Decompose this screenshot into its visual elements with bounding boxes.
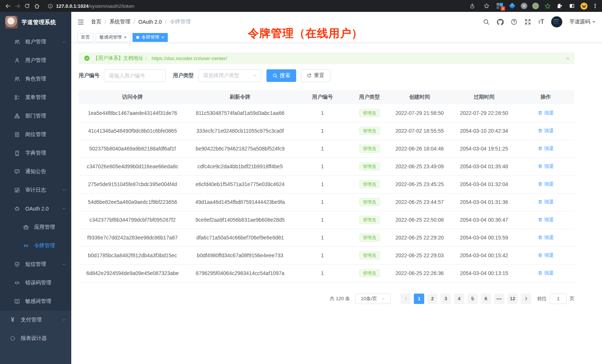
sidebar-item-错误码管理[interactable]: 错误码管理 <box>0 274 71 292</box>
address-bar[interactable]: 127.0.0.1:1024/system/oauth2/token <box>48 3 463 9</box>
action-cell: 强退 <box>517 246 575 264</box>
sidebar-item-角色管理[interactable]: 角色管理 <box>0 70 71 88</box>
tab-首页[interactable]: 首页 <box>77 33 94 42</box>
sidebar-item-岗位管理[interactable]: 岗位管理 <box>0 125 71 144</box>
goto-page-input[interactable] <box>550 294 567 304</box>
page-button-4[interactable]: 4 <box>454 294 464 304</box>
extension-command-icon[interactable]: ⌘ <box>521 3 527 9</box>
extension-gem-icon[interactable] <box>508 2 516 10</box>
force-logout-button[interactable]: 强退 <box>538 181 554 188</box>
extensions-puzzle-icon[interactable] <box>556 2 563 10</box>
search-icon[interactable] <box>483 19 490 25</box>
page-button-2[interactable]: 2 <box>427 294 438 304</box>
topbar: 首页/ 系统管理/ OAuth 2.0/ 令牌管理 TT 芋道源码 <box>71 12 602 32</box>
sidebar-item-字典管理[interactable]: 字典管理 <box>0 144 71 162</box>
bookmark-star-icon[interactable] <box>482 1 491 11</box>
sidebar-item-短信管理[interactable]: 短信管理 <box>0 255 71 274</box>
trash-icon <box>538 199 543 204</box>
page-button-6[interactable]: 6 <box>481 294 491 304</box>
created-at-cell: 2022-06-25 22:29:20 <box>388 229 451 246</box>
font-size-icon[interactable]: TT <box>538 19 544 25</box>
sidebar-item-label: OAuth 2.0 <box>25 206 49 212</box>
shield-icon <box>14 261 20 267</box>
force-logout-button[interactable]: 强退 <box>538 234 554 241</box>
github-icon[interactable] <box>497 19 504 26</box>
force-logout-button[interactable]: 强退 <box>538 199 554 205</box>
trash-icon <box>538 146 543 151</box>
browser-reload-icon[interactable] <box>22 1 32 11</box>
force-logout-button[interactable]: 强退 <box>538 252 554 259</box>
alert-close-icon[interactable]: × <box>566 55 569 62</box>
page-button-1[interactable]: 1 <box>414 294 424 304</box>
ring-icon <box>10 335 16 341</box>
sidebar-item-令牌管理[interactable]: 令牌管理 <box>0 236 71 255</box>
force-logout-button[interactable]: 强退 <box>538 216 554 223</box>
force-logout-button[interactable]: 强退 <box>538 163 554 170</box>
breadcrumb: 首页/ 系统管理/ OAuth 2.0/ 令牌管理 <box>91 19 191 25</box>
side-panel-icon[interactable] <box>568 2 576 10</box>
breadcrumb-system[interactable]: 系统管理 <box>109 19 130 25</box>
user-menu[interactable]: 芋道源码 <box>569 19 595 25</box>
next-page-button[interactable] <box>521 294 531 304</box>
sidebar-item-label: 应用管理 <box>34 224 55 231</box>
sidebar-item-应用管理[interactable]: 应用管理 <box>0 218 71 236</box>
close-icon[interactable]: × <box>124 35 127 40</box>
sidebar-item-通知公告[interactable]: 通知公告 <box>0 162 71 181</box>
refresh-token-cell: be90422b8c7946218275a508bf524fc9 <box>186 140 294 158</box>
page-button-3[interactable]: 3 <box>441 294 451 304</box>
site-info-icon[interactable] <box>48 3 53 9</box>
user-type-tag: 管理员 <box>359 145 380 153</box>
user-id-cell: 1 <box>294 264 351 282</box>
sidebar-item-敏感词管理[interactable]: 敏感词管理 <box>0 292 71 311</box>
collapse-sidebar-icon[interactable] <box>77 19 84 26</box>
browser-back-icon[interactable] <box>3 1 13 11</box>
sidebar-item-支付管理[interactable]: ¥ 支付管理 <box>0 311 71 329</box>
extension-star-icon[interactable] <box>544 2 551 10</box>
goto-label: 前往 <box>537 295 547 302</box>
extension-dashboard-icon[interactable]: 9 <box>496 2 504 10</box>
user-id-input[interactable] <box>104 69 166 82</box>
search-button[interactable]: 搜索 <box>266 69 296 82</box>
sidebar-item-部门管理[interactable]: 部门管理 <box>0 107 71 125</box>
sidebar-item-租户管理[interactable]: 租户管理 <box>0 33 71 51</box>
help-icon[interactable] <box>511 19 517 25</box>
extension-record-icon[interactable] <box>532 3 539 9</box>
page-size-select[interactable]: 10条/页 <box>355 294 391 304</box>
browser-forward-icon[interactable] <box>13 1 22 11</box>
column-header: 刷新令牌 <box>186 90 294 104</box>
sidebar-item-用户管理[interactable]: 用户管理 <box>0 51 71 70</box>
share-icon[interactable] <box>467 1 477 11</box>
tab-令牌管理[interactable]: 令牌管理 × <box>132 33 168 42</box>
refresh-token-cell: b0df4980ffd34c67a08f9156e4eee733 <box>186 246 294 264</box>
page-button-12[interactable]: 12 <box>507 294 518 304</box>
breadcrumb-oauth2[interactable]: OAuth 2.0 <box>138 19 162 25</box>
reset-button[interactable]: 重置 <box>301 69 330 82</box>
sidebar-item-报表设计器[interactable]: 报表设计器 <box>0 329 71 348</box>
page-more-button[interactable]: ••• <box>494 294 504 304</box>
page-button-5[interactable]: 5 <box>467 294 478 304</box>
sidebar-item-审计日志[interactable]: 审计日志 <box>0 181 71 199</box>
user-type-select[interactable]: 请选择用户类型 <box>198 69 261 82</box>
browser-menu-icon[interactable]: ⋮ <box>592 3 598 9</box>
sidebar-item-菜单管理[interactable]: 菜单管理 <box>0 88 71 107</box>
close-icon[interactable]: × <box>161 35 164 40</box>
prev-page-button[interactable] <box>400 294 411 304</box>
force-logout-button[interactable]: 强退 <box>538 128 554 134</box>
access-token-cell: f9336e7c7dd242a283ee98dc86b17a87 <box>79 229 186 246</box>
table-row: 1ea5e44f8bc1467aaede43144f31de76 811c530… <box>79 104 575 122</box>
force-logout-button[interactable]: 强退 <box>538 270 554 277</box>
action-cell: 强退 <box>517 158 575 175</box>
user-type-tag: 管理员 <box>359 269 380 277</box>
fullscreen-icon[interactable] <box>524 19 531 25</box>
breadcrumb-home[interactable]: 首页 <box>91 19 101 25</box>
user-type-tag: 管理员 <box>359 109 380 117</box>
edit-note-icon <box>14 187 20 193</box>
tab-敏感词管理[interactable]: 敏感词管理 × <box>96 33 130 42</box>
doc-link[interactable]: https://doc.iocoder.cn/user-center/ <box>152 56 227 61</box>
profile-avatar-icon[interactable] <box>580 3 588 10</box>
force-logout-button[interactable]: 强退 <box>538 145 554 152</box>
sidebar-item-OAuth 2.0[interactable]: OAuth 2.0 <box>0 199 71 218</box>
browser-home-icon[interactable] <box>32 1 42 11</box>
user-avatar[interactable] <box>551 16 562 27</box>
force-logout-button[interactable]: 强退 <box>538 110 554 116</box>
